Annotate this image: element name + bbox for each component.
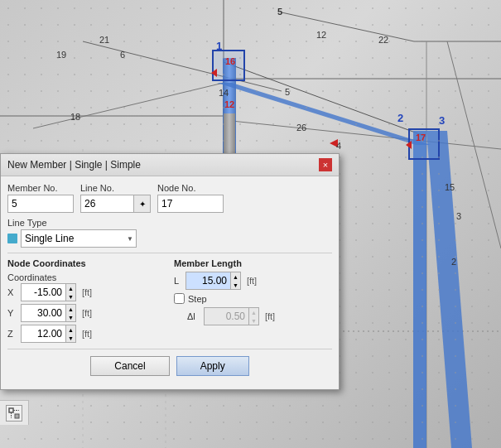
toolbar-icon-move[interactable] xyxy=(6,405,22,422)
coords-label: Coordinates xyxy=(7,272,56,282)
x-up-button[interactable]: ▲ xyxy=(66,284,75,292)
bottom-toolbar xyxy=(0,400,29,425)
y-unit: [ft] xyxy=(82,308,92,318)
delta-l-label: Δl xyxy=(187,311,200,321)
form-row-linetype: Line Type Single Line Arc (3 Points) Par… xyxy=(7,218,332,248)
line-type-select[interactable]: Single Line Arc (3 Points) Parabola xyxy=(21,229,137,248)
x-down-button[interactable]: ▼ xyxy=(66,292,75,301)
member-length-title: Member Length xyxy=(174,258,332,268)
line-no-input-wrap: ✦ xyxy=(80,195,151,213)
apply-button[interactable]: Apply xyxy=(176,356,249,376)
y-coord-row: Y ▲ ▼ [ft] xyxy=(7,304,166,322)
section-divider-1 xyxy=(7,253,332,253)
svg-rect-22 xyxy=(9,408,13,412)
line-type-group: Line Type Single Line Arc (3 Points) Par… xyxy=(7,218,137,248)
vp-redlabel-16: 16 xyxy=(225,56,235,66)
dialog-title: New Member | Single | Simple xyxy=(7,159,141,171)
delta-l-unit: [ft] xyxy=(265,311,275,321)
l-down-button[interactable]: ▼ xyxy=(231,281,240,289)
vp-label-19: 19 xyxy=(56,50,66,60)
z-up-button[interactable]: ▲ xyxy=(66,325,75,334)
node-no-input[interactable] xyxy=(157,195,224,213)
l-label: L xyxy=(174,276,182,286)
member-no-group: Member No. xyxy=(7,183,74,213)
cancel-button[interactable]: Cancel xyxy=(90,356,169,376)
z-spinner: ▲ ▼ xyxy=(21,325,76,343)
z-input[interactable] xyxy=(21,325,66,343)
y-spinner: ▲ ▼ xyxy=(21,304,76,322)
member-no-input[interactable] xyxy=(7,195,74,213)
delta-l-spinner: ▲ ▼ xyxy=(204,307,259,325)
x-spinner: ▲ ▼ xyxy=(21,283,76,301)
z-unit: [ft] xyxy=(82,329,92,339)
vp-redlabel-12: 12 xyxy=(224,99,234,109)
vp-label-6: 6 xyxy=(120,50,125,60)
svg-line-7 xyxy=(33,83,224,128)
vp-label-2: 2 xyxy=(397,112,403,124)
vp-label-15: 15 xyxy=(445,182,455,192)
svg-line-4 xyxy=(282,12,414,41)
x-input[interactable] xyxy=(21,283,66,301)
y-down-button[interactable]: ▼ xyxy=(66,313,75,321)
line-type-select-wrap: Single Line Arc (3 Points) Parabola ▼ xyxy=(21,229,137,248)
y-label: Y xyxy=(7,308,17,318)
vp-label-5b: 5 xyxy=(285,87,290,97)
delta-l-input[interactable] xyxy=(204,307,249,325)
delta-l-spinner-arrows: ▲ ▼ xyxy=(249,307,259,325)
line-no-pick-button[interactable]: ✦ xyxy=(134,195,151,213)
y-spinner-arrows: ▲ ▼ xyxy=(66,304,76,322)
close-button[interactable]: × xyxy=(319,158,332,171)
line-type-label: Line Type xyxy=(7,218,137,228)
l-input[interactable] xyxy=(185,272,231,290)
step-row: Step xyxy=(174,293,332,304)
column-post xyxy=(224,113,235,155)
svg-marker-16 xyxy=(217,83,431,145)
svg-rect-23 xyxy=(15,414,19,418)
two-col-section: Node Coordinates Coordinates X ▲ ▼ [ft] xyxy=(7,258,332,345)
vp-label-5-top: 5 xyxy=(277,7,282,17)
vp-label-1: 1 xyxy=(216,40,222,52)
y-up-button[interactable]: ▲ xyxy=(66,305,75,313)
dialog: New Member | Single | Simple × Member No… xyxy=(0,153,340,390)
vp-label-3b: 3 xyxy=(456,211,461,221)
svg-marker-18 xyxy=(426,131,472,448)
node-no-group: Node No. xyxy=(157,183,224,213)
form-row-1: Member No. Line No. ✦ Node No. xyxy=(7,183,332,213)
delta-l-up-button[interactable]: ▲ xyxy=(249,308,258,316)
x-label: X xyxy=(7,287,17,297)
z-spinner-arrows: ▲ ▼ xyxy=(66,325,76,343)
vp-label-3: 3 xyxy=(439,114,445,127)
line-no-label: Line No. xyxy=(80,183,151,193)
line-type-indicator xyxy=(7,234,17,243)
l-row: L ▲ ▼ [ft] xyxy=(174,272,332,290)
node-coords-section: Node Coordinates Coordinates X ▲ ▼ [ft] xyxy=(7,258,166,345)
delta-l-down-button[interactable]: ▼ xyxy=(249,316,258,325)
vp-label-22: 22 xyxy=(378,35,388,45)
z-down-button[interactable]: ▼ xyxy=(66,334,75,342)
y-input[interactable] xyxy=(21,304,66,322)
x-coord-row: X ▲ ▼ [ft] xyxy=(7,283,166,301)
vp-label-4: 4 xyxy=(336,141,341,151)
x-unit: [ft] xyxy=(82,287,92,297)
l-spinner-arrows: ▲ ▼ xyxy=(231,272,241,290)
x-spinner-arrows: ▲ ▼ xyxy=(66,283,76,301)
svg-marker-19 xyxy=(211,69,217,77)
node-coords-title: Node Coordinates xyxy=(7,258,166,268)
l-up-button[interactable]: ▲ xyxy=(231,272,240,281)
svg-marker-21 xyxy=(330,139,338,147)
line-no-input[interactable] xyxy=(80,195,134,213)
l-unit: [ft] xyxy=(247,276,257,286)
svg-line-6 xyxy=(224,62,426,137)
step-label[interactable]: Step xyxy=(188,294,207,304)
delta-l-row: Δl ▲ ▼ [ft] xyxy=(174,307,332,325)
move-node-icon xyxy=(7,407,21,420)
member-no-label: Member No. xyxy=(7,183,74,193)
svg-marker-20 xyxy=(406,141,412,149)
dialog-footer: Cancel Apply xyxy=(7,349,332,383)
svg-rect-17 xyxy=(413,131,426,448)
vp-label-14: 14 xyxy=(219,88,229,98)
member-length-section: Member Length L ▲ ▼ [ft] xyxy=(174,258,332,345)
z-label: Z xyxy=(7,329,17,339)
vp-label-21: 21 xyxy=(99,35,109,45)
step-checkbox[interactable] xyxy=(174,293,185,304)
